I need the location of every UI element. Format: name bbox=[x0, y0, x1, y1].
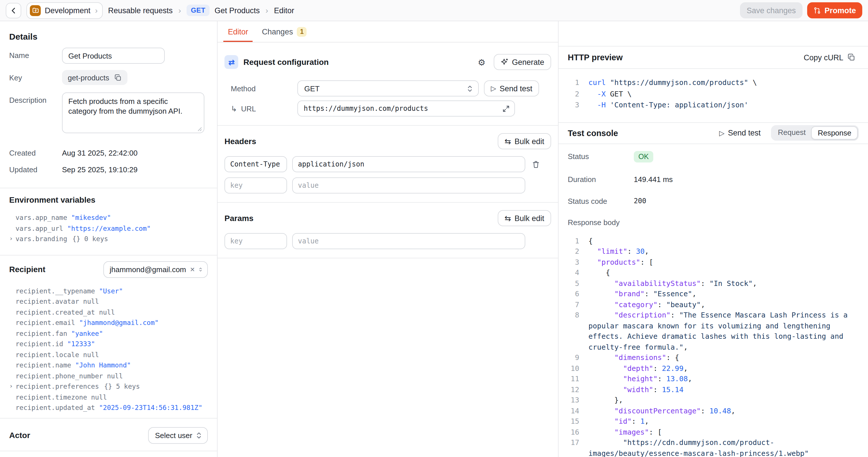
console-send-test-button[interactable]: ▷ Send test bbox=[716, 128, 764, 138]
line-number: 17 bbox=[568, 437, 579, 457]
project-switcher[interactable]: Development › bbox=[26, 2, 103, 19]
copy-icon[interactable] bbox=[115, 74, 122, 81]
key-value: get-products bbox=[68, 73, 110, 82]
recipient-header-row: Recipient jhammond@gmail.com × bbox=[9, 261, 208, 278]
param-key-input[interactable] bbox=[224, 233, 287, 249]
tab-changes-label: Changes bbox=[262, 27, 293, 36]
property-row: vars.app_name"mikesdev" bbox=[9, 212, 208, 223]
chevron-spacer bbox=[9, 212, 16, 223]
chevron-spacer bbox=[9, 392, 16, 402]
expand-icon[interactable] bbox=[502, 105, 510, 112]
code-line: 1curl "https://dummyjson.com/products" \ bbox=[568, 77, 859, 88]
property-row: recipient.name"John Hammond" bbox=[9, 360, 208, 371]
property-value: null bbox=[83, 296, 99, 307]
breadcrumb-separator-icon: › bbox=[265, 6, 269, 15]
property-value: {} 0 keys bbox=[72, 234, 108, 244]
code-line: 1{ bbox=[568, 236, 859, 246]
url-input[interactable] bbox=[304, 104, 502, 113]
property-row: vars.app_url"https://example.com" bbox=[9, 223, 208, 234]
line-number: 7 bbox=[568, 299, 579, 310]
description-row: Description Fetch products from a specif… bbox=[9, 92, 208, 135]
main-layout: Details Name Key get-products Descriptio… bbox=[0, 21, 868, 457]
divider bbox=[0, 418, 217, 418]
name-label: Name bbox=[9, 48, 62, 60]
sparkles-icon bbox=[500, 58, 508, 66]
chevron-left-icon bbox=[10, 7, 17, 14]
copy-curl-button[interactable]: Copy cURL bbox=[800, 53, 859, 62]
actor-heading: Actor bbox=[9, 431, 30, 440]
property-row: recipient.updated_at"2025-09-23T14:56:31… bbox=[9, 402, 208, 413]
console-send-test-label: Send test bbox=[728, 129, 761, 137]
env-var-list: vars.app_name"mikesdev"vars.app_url"http… bbox=[9, 212, 208, 244]
header-key-input[interactable] bbox=[224, 156, 287, 172]
header-row bbox=[224, 156, 551, 172]
header-row-empty bbox=[224, 177, 551, 193]
description-textarea[interactable]: Fetch products from a specific category … bbox=[62, 92, 205, 133]
back-button[interactable] bbox=[6, 3, 21, 18]
code-text: "limit": 30, bbox=[588, 246, 859, 257]
promote-label: Promote bbox=[825, 6, 856, 14]
test-console-header: Test console ▷ Send test Request Respons… bbox=[559, 123, 868, 144]
code-line: 3 "products": [ bbox=[568, 257, 859, 268]
code-text: -X GET \ bbox=[588, 88, 859, 99]
breadcrumb-reusable-requests[interactable]: Reusable requests bbox=[108, 6, 173, 14]
bulk-edit-icon: ⇆ bbox=[505, 136, 511, 146]
code-text: "height": 13.08, bbox=[588, 374, 859, 385]
save-changes-button[interactable]: Save changes bbox=[740, 2, 803, 19]
property-row: recipient.__typename"User" bbox=[9, 286, 208, 296]
divider bbox=[0, 188, 217, 188]
code-line: 12 "width": 15.14 bbox=[568, 385, 859, 395]
code-text: "images": [ bbox=[588, 427, 859, 437]
property-value: null bbox=[99, 307, 115, 317]
method-badge: GET bbox=[187, 5, 210, 16]
generate-button[interactable]: Generate bbox=[493, 54, 551, 70]
property-value: "yankee" bbox=[71, 328, 103, 339]
property-key: recipient.locale bbox=[16, 349, 79, 360]
duration-label: Duration bbox=[568, 175, 634, 183]
headers-bulk-edit-button[interactable]: ⇆ Bulk edit bbox=[498, 133, 551, 149]
line-number: 5 bbox=[568, 278, 579, 289]
send-test-button[interactable]: ▷ Send test bbox=[484, 80, 539, 96]
promote-button[interactable]: Promote bbox=[807, 2, 862, 19]
key-row: Key get-products bbox=[9, 70, 208, 85]
delete-header-button[interactable] bbox=[530, 159, 541, 170]
bulk-edit-label: Bulk edit bbox=[515, 137, 544, 146]
url-label: URL bbox=[241, 104, 256, 113]
header-value-input[interactable] bbox=[292, 177, 525, 193]
method-select[interactable]: GET bbox=[298, 80, 479, 96]
header-value-input[interactable] bbox=[292, 156, 525, 172]
params-bulk-edit-button[interactable]: ⇆ Bulk edit bbox=[498, 210, 551, 226]
line-number: 6 bbox=[568, 289, 579, 299]
expand-chevron-icon[interactable]: › bbox=[9, 381, 16, 392]
recipient-select[interactable]: jhammond@gmail.com × bbox=[103, 261, 208, 278]
property-key: recipient.timezone bbox=[16, 392, 87, 402]
gear-icon[interactable]: ⚙ bbox=[478, 58, 486, 66]
breadcrumb-request-name[interactable]: Get Products bbox=[215, 6, 260, 14]
code-text: "depth": 22.99, bbox=[588, 363, 859, 374]
property-value: null bbox=[107, 371, 123, 381]
clear-icon[interactable]: × bbox=[190, 265, 195, 273]
tab-changes[interactable]: Changes 1 bbox=[261, 21, 308, 42]
method-value: GET bbox=[304, 84, 319, 93]
property-key: recipient.__typename bbox=[16, 286, 95, 296]
toggle-response[interactable]: Response bbox=[811, 126, 858, 140]
tab-editor[interactable]: Editor bbox=[227, 21, 249, 42]
url-label-group: ↳ URL bbox=[224, 104, 298, 113]
actor-select[interactable]: Select user bbox=[148, 427, 208, 444]
branch-icon bbox=[813, 7, 821, 14]
toggle-request[interactable]: Request bbox=[772, 126, 811, 140]
code-text: "id": 1, bbox=[588, 416, 859, 427]
expand-chevron-icon[interactable]: › bbox=[9, 234, 16, 244]
line-number: 2 bbox=[568, 246, 579, 257]
breadcrumb-editor[interactable]: Editor bbox=[274, 6, 294, 14]
status-label: Status bbox=[568, 152, 634, 161]
name-input[interactable] bbox=[62, 48, 165, 64]
chevron-spacer bbox=[9, 296, 16, 307]
code-text: }, bbox=[588, 395, 859, 406]
updown-chevrons-icon bbox=[467, 85, 473, 92]
param-value-input[interactable] bbox=[292, 233, 525, 249]
code-text: "availabilityStatus": "In Stock", bbox=[588, 278, 859, 289]
header-key-input[interactable] bbox=[224, 177, 287, 193]
chevron-spacer bbox=[9, 307, 16, 317]
property-key: recipient.fan bbox=[16, 328, 67, 339]
